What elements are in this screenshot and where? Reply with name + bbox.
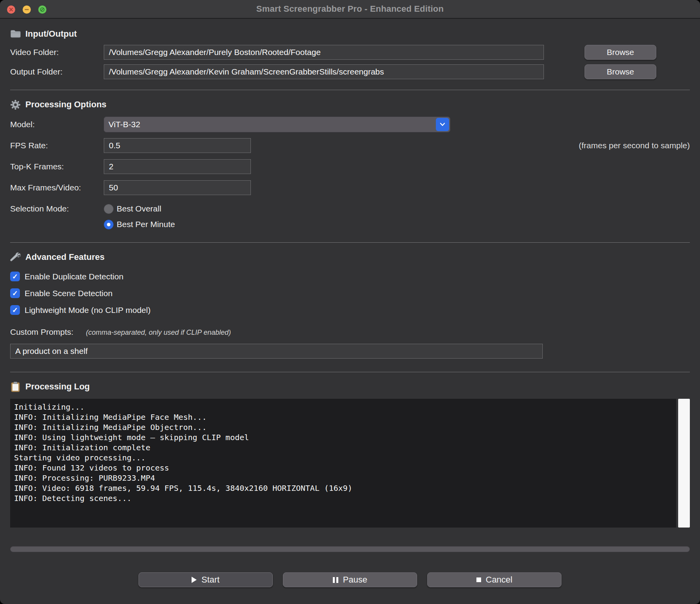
check-icon: ✓ xyxy=(12,290,18,297)
stop-icon xyxy=(476,577,481,582)
topk-frames-row: Top-K Frames: xyxy=(10,159,690,174)
radio-label-best-overall: Best Overall xyxy=(117,204,161,213)
log-line: INFO: Detecting scenes... xyxy=(14,493,672,503)
processing-options-title: Processing Options xyxy=(25,99,107,110)
log-line: INFO: Found 132 videos to process xyxy=(14,463,672,473)
pause-button[interactable]: Pause xyxy=(283,572,417,587)
cancel-button[interactable]: Cancel xyxy=(427,572,561,587)
custom-prompts-row: Custom Prompts: (comma-separated, only u… xyxy=(10,327,690,339)
start-button-label: Start xyxy=(201,575,219,585)
log-line: Starting video processing... xyxy=(14,453,672,463)
pause-button-label: Pause xyxy=(343,575,367,585)
processing-log-header: Processing Log xyxy=(10,381,690,393)
selection-mode-group: Selection Mode: Best Overall Best Per Mi… xyxy=(10,201,690,232)
log-line: INFO: Using lightweight mode — skipping … xyxy=(14,432,672,442)
io-section-header: Input/Output xyxy=(10,28,690,40)
app-window: Smart Screengrabber Pro - Enhanced Editi… xyxy=(0,0,700,604)
browse-video-button[interactable]: Browse xyxy=(585,45,656,60)
radio-best-per-minute[interactable]: Best Per Minute xyxy=(10,217,690,232)
video-folder-label: Video Folder: xyxy=(10,48,104,57)
max-frames-input[interactable] xyxy=(104,180,251,195)
cancel-button-label: Cancel xyxy=(486,575,512,585)
checkbox-row-scene-detection[interactable]: ✓ Enable Scene Detection xyxy=(10,286,690,300)
window-title: Smart Screengrabber Pro - Enhanced Editi… xyxy=(256,4,444,14)
wrench-icon xyxy=(10,252,21,263)
processing-log-title: Processing Log xyxy=(25,382,90,392)
checkbox-duplicate-detection[interactable]: ✓ xyxy=(10,272,20,281)
clipboard-icon xyxy=(10,382,21,392)
model-dropdown-value: ViT-B-32 xyxy=(108,120,140,129)
zoom-icon xyxy=(40,7,45,12)
advanced-features-title: Advanced Features xyxy=(25,252,105,262)
model-dropdown[interactable]: ViT-B-32 xyxy=(104,117,450,132)
radio-best-overall[interactable]: Selection Mode: Best Overall xyxy=(10,201,690,217)
checkbox-label-scene-detection: Enable Scene Detection xyxy=(25,289,112,298)
zoom-button[interactable] xyxy=(38,5,46,14)
checkbox-lightweight-mode[interactable]: ✓ xyxy=(10,305,20,315)
output-folder-label: Output Folder: xyxy=(10,67,104,76)
chevron-down-icon xyxy=(436,118,449,131)
log-line: INFO: Video: 6918 frames, 59.94 FPS, 115… xyxy=(14,483,672,493)
close-button[interactable] xyxy=(7,5,15,14)
radio-label-best-per-minute: Best Per Minute xyxy=(117,220,175,229)
selection-mode-label: Selection Mode: xyxy=(10,204,104,213)
log-line: INFO: Initializing MediaPipe Face Mesh..… xyxy=(14,412,672,422)
checkbox-row-duplicate-detection[interactable]: ✓ Enable Duplicate Detection xyxy=(10,269,690,284)
video-folder-row: Video Folder: Browse xyxy=(10,44,690,60)
divider xyxy=(10,90,690,90)
titlebar: Smart Screengrabber Pro - Enhanced Editi… xyxy=(0,0,700,19)
custom-prompts-input[interactable] xyxy=(10,344,543,359)
radio-button-best-overall[interactable] xyxy=(104,204,114,214)
pause-icon xyxy=(333,577,338,583)
checkbox-row-lightweight-mode[interactable]: ✓ Lightweight Mode (no CLIP model) xyxy=(10,303,690,317)
model-label: Model: xyxy=(10,120,104,129)
log-line: Initializing... xyxy=(14,402,672,412)
minimize-icon xyxy=(25,7,29,12)
model-row: Model: ViT-B-32 xyxy=(10,117,690,132)
progress-bar xyxy=(10,546,690,552)
fps-rate-input[interactable] xyxy=(104,138,251,153)
checkbox-label-duplicate-detection: Enable Duplicate Detection xyxy=(25,272,123,281)
custom-prompts-hint: (comma-separated, only used if CLIP enab… xyxy=(86,329,231,337)
check-icon: ✓ xyxy=(12,273,18,280)
output-folder-row: Output Folder: Browse xyxy=(10,64,690,80)
divider xyxy=(10,372,690,372)
topk-frames-label: Top-K Frames: xyxy=(10,162,104,171)
processing-options-header: Processing Options xyxy=(10,99,690,110)
folder-icon xyxy=(10,29,21,39)
gear-icon xyxy=(10,99,21,110)
play-icon xyxy=(192,577,197,583)
check-icon: ✓ xyxy=(12,307,18,314)
close-icon xyxy=(9,7,13,12)
fps-rate-hint: (frames per second to sample) xyxy=(579,141,690,150)
divider xyxy=(10,242,690,243)
minimize-button[interactable] xyxy=(23,5,31,14)
log-scrollbar[interactable] xyxy=(678,399,690,528)
log-output[interactable]: Initializing... INFO: Initializing Media… xyxy=(10,399,676,528)
radio-button-best-per-minute[interactable] xyxy=(104,220,114,229)
start-button[interactable]: Start xyxy=(139,572,273,587)
io-section-title: Input/Output xyxy=(25,29,77,39)
advanced-features-header: Advanced Features xyxy=(10,251,690,263)
video-folder-input[interactable] xyxy=(104,45,544,60)
traffic-lights xyxy=(7,0,46,19)
log-line: INFO: Initializing MediaPipe Objectron..… xyxy=(14,422,672,432)
output-folder-input[interactable] xyxy=(104,64,544,79)
log-area: Initializing... INFO: Initializing Media… xyxy=(10,399,690,528)
log-line: INFO: Initialization complete xyxy=(14,442,672,453)
fps-rate-row: FPS Rate: (frames per second to sample) xyxy=(10,138,690,153)
max-frames-row: Max Frames/Video: xyxy=(10,180,690,195)
max-frames-label: Max Frames/Video: xyxy=(10,183,104,192)
fps-rate-label: FPS Rate: xyxy=(10,141,104,150)
log-line: INFO: Processing: PURB9233.MP4 xyxy=(14,473,672,483)
topk-frames-input[interactable] xyxy=(104,159,251,174)
action-buttons: Start Pause Cancel xyxy=(10,572,690,587)
browse-output-button[interactable]: Browse xyxy=(585,64,656,79)
checkbox-scene-detection[interactable]: ✓ xyxy=(10,288,20,298)
checkbox-label-lightweight-mode: Lightweight Mode (no CLIP model) xyxy=(25,306,151,315)
custom-prompts-label: Custom Prompts: xyxy=(10,327,73,337)
